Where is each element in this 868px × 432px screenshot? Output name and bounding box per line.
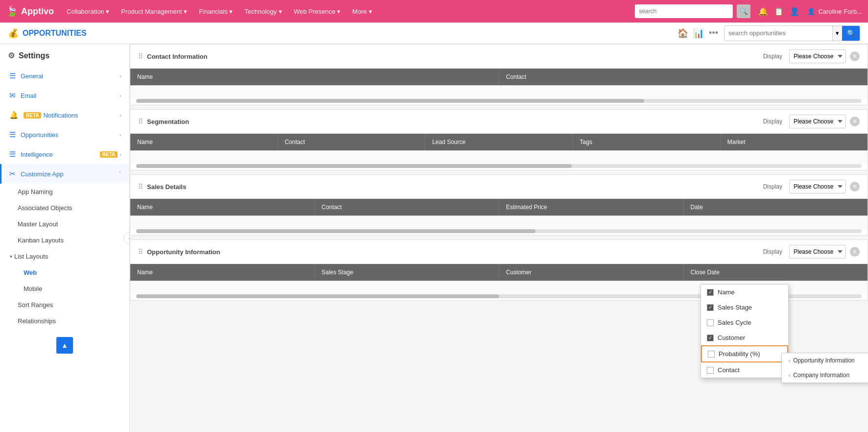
sidebar-intelligence-label: Intelligence <box>21 151 100 158</box>
customize-arrow-icon: ˅ <box>119 171 121 177</box>
tooltip-opportunity-information[interactable]: ‹ Opportunity Information <box>782 353 868 368</box>
dropdown-item-name[interactable]: Name <box>701 285 788 300</box>
segmentation-col-lead-source: Lead Source <box>425 134 573 150</box>
sidebar-sub-mobile[interactable]: Mobile <box>0 281 129 297</box>
tooltip-company-information[interactable]: ‹ Company Information <box>782 368 868 383</box>
search-opportunities-input[interactable] <box>724 26 832 41</box>
segmentation-close-button[interactable]: ✕ <box>850 117 860 126</box>
dropdown-checkbox-probability[interactable] <box>708 351 715 358</box>
sidebar-item-general[interactable]: ☰ General › <box>0 66 129 86</box>
sidebar-sub-master-layout[interactable]: Master Layout <box>0 216 129 232</box>
dropdown-item-customer-label: Customer <box>718 334 745 341</box>
sales-details-drag-handle[interactable]: ⠿ <box>138 183 143 191</box>
dropdown-item-sales-stage[interactable]: Sales Stage <box>701 300 788 315</box>
sidebar-sub-relationships[interactable]: Relationships <box>0 313 129 329</box>
general-arrow-icon: › <box>120 73 121 79</box>
sales-details-display-select[interactable]: Please Choose <box>789 180 846 193</box>
nav-items: Collaboration ▾ Product Management ▾ Fin… <box>62 5 627 18</box>
dropdown-checkbox-name[interactable] <box>707 289 714 296</box>
nav-search-button[interactable]: 🔍 <box>737 4 750 18</box>
user-area[interactable]: 👤 Caroline Forb... <box>807 8 862 15</box>
sidebar-item-opportunities[interactable]: ☰ Opportunities › <box>0 125 129 144</box>
dropdown-item-probability[interactable]: Probability (%) <box>701 345 788 362</box>
sidebar-sub-sort-ranges[interactable]: Sort Ranges <box>0 297 129 313</box>
section-segmentation-header: ⠿ Segmentation Display Please Choose ✕ <box>130 110 868 134</box>
email-icon: ✉ <box>9 91 16 100</box>
section-sales-details-header: ⠿ Sales Details Display Please Choose ✕ <box>130 175 868 199</box>
opportunity-info-col-name: Name <box>130 264 315 281</box>
dropdown-item-contact[interactable]: Contact <box>701 362 788 378</box>
nav-search-area: 🔍 <box>635 4 750 18</box>
nav-web-presence[interactable]: Web Presence ▾ <box>289 5 346 18</box>
sidebar-email-label: Email <box>21 92 120 99</box>
sidebar-group-list-layouts[interactable]: ▾ List Layouts <box>0 248 129 264</box>
associated-objects-label: Associated Objects <box>18 204 72 212</box>
sidebar-sub-associated-objects[interactable]: Associated Objects <box>0 200 129 216</box>
sales-details-close-button[interactable]: ✕ <box>850 182 860 192</box>
master-layout-label: Master Layout <box>18 220 58 228</box>
contact-info-drag-handle[interactable]: ⠿ <box>138 52 143 60</box>
email-arrow-icon: › <box>120 93 121 98</box>
sort-ranges-label: Sort Ranges <box>18 301 53 309</box>
user-icon[interactable]: 👤 <box>790 7 799 16</box>
notification-icon[interactable]: 🔔 <box>758 7 768 16</box>
dropdown-checkbox-contact[interactable] <box>707 367 714 374</box>
user-avatar: 👤 <box>807 8 815 15</box>
sidebar-item-customize-app[interactable]: ✂ Customize App ˅ <box>0 164 129 184</box>
search-dropdown-arrow[interactable]: ▾ <box>832 26 842 41</box>
nav-more[interactable]: More ▾ <box>347 5 377 18</box>
nav-search-input[interactable] <box>635 4 733 18</box>
sidebar-item-notifications[interactable]: 🔔 BETA Notifications › <box>0 105 129 125</box>
dropdown-checkbox-sales-cycle[interactable] <box>707 319 714 326</box>
opportunities-arrow-icon: › <box>120 132 121 138</box>
contact-info-display-select[interactable]: Please Choose <box>789 49 846 63</box>
sales-details-col-date: Date <box>684 199 868 216</box>
sidebar-sub-kanban-layouts[interactable]: Kanban Layouts <box>0 232 129 248</box>
nav-collaboration[interactable]: Collaboration ▾ <box>62 5 114 18</box>
dropdown-item-customer[interactable]: Customer <box>701 330 788 345</box>
segmentation-drag-handle[interactable]: ⠿ <box>138 118 143 125</box>
section-opportunity-info-header: ⠿ Opportunity Information Display Please… <box>130 240 868 264</box>
sidebar-item-intelligence[interactable]: ☰ Intelligence BETA › <box>0 144 129 164</box>
notifications-arrow-icon: › <box>120 112 121 118</box>
segmentation-col-contact: Contact <box>278 134 425 150</box>
nav-financials[interactable]: Financials ▾ <box>194 5 238 18</box>
opportunity-info-drag-handle[interactable]: ⠿ <box>138 248 143 256</box>
opportunity-info-display-select[interactable]: Please Choose <box>789 245 846 259</box>
sidebar-item-email[interactable]: ✉ Email › <box>0 86 129 105</box>
more-icon[interactable]: ••• <box>709 28 718 38</box>
sales-details-col-contact: Contact <box>315 199 500 216</box>
sales-details-col-estimated-price: Estimated Price <box>499 199 684 216</box>
opportunity-info-tooltip-list: ‹ Opportunity Information ‹ Company Info… <box>781 353 868 383</box>
sales-details-column-dropdown: Name Sales Stage Sales Cycle Customer Pr… <box>700 284 789 378</box>
contact-info-title: Contact Information <box>147 53 759 60</box>
page-title: 💰 OPPORTUNITIES <box>8 28 672 39</box>
calendar-icon[interactable]: 📋 <box>774 7 784 16</box>
nav-product-management[interactable]: Product Management ▾ <box>116 5 192 18</box>
dropdown-item-sales-cycle[interactable]: Sales Cycle <box>701 315 788 330</box>
sidebar-scroll-up-button[interactable]: ▲ <box>56 337 73 354</box>
home-icon[interactable]: 🏠 <box>677 28 688 39</box>
nav-technology[interactable]: Technology ▾ <box>240 5 287 18</box>
page-icon: 💰 <box>8 28 19 39</box>
opportunity-info-col-close-date: Close Date <box>684 264 868 281</box>
sidebar-sub-web[interactable]: Web <box>0 264 129 281</box>
opportunity-info-table-header: Name Sales Stage Customer Close Date <box>130 264 868 281</box>
segmentation-table-header: Name Contact Lead Source Tags Market <box>130 134 868 150</box>
sales-details-row-1 <box>130 216 868 229</box>
opportunity-info-close-button[interactable]: ✕ <box>850 247 860 257</box>
contact-info-display-label: Display <box>763 53 782 60</box>
segmentation-display-select[interactable]: Please Choose <box>789 115 846 128</box>
dropdown-checkbox-customer[interactable] <box>707 335 714 341</box>
sidebar: ⚙ Settings ☰ General › ✉ Email › 🔔 BETA … <box>0 44 130 432</box>
web-label: Web <box>24 269 37 276</box>
contact-info-close-button[interactable]: ✕ <box>850 51 860 61</box>
sales-details-col-name: Name <box>130 199 315 216</box>
chart-icon[interactable]: 📊 <box>693 28 704 39</box>
dropdown-checkbox-sales-stage[interactable] <box>707 304 714 311</box>
notifications-icon: 🔔 <box>9 111 19 120</box>
sidebar-sub-app-naming[interactable]: App Naming <box>0 184 129 200</box>
sidebar-notifications-label: Notifications <box>43 112 120 119</box>
logo-text: Apptivo <box>21 6 54 17</box>
search-opportunities-button[interactable]: 🔍 <box>842 26 860 41</box>
